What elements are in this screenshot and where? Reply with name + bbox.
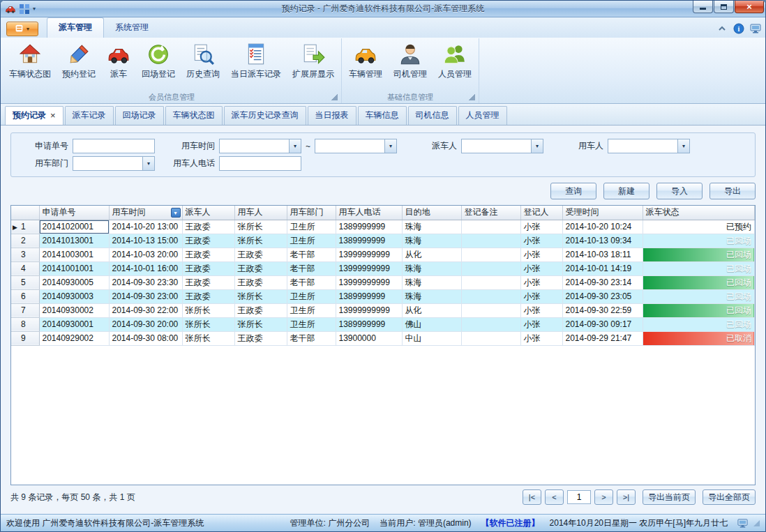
cell-phone[interactable]: 13999999999 (336, 248, 402, 261)
ribbon-button-driver-management[interactable]: 司机管理 (388, 40, 433, 82)
registered-link[interactable]: 【软件已注册】 (481, 517, 540, 529)
column-header-accept_time[interactable]: 受理时间 (562, 206, 643, 220)
doc-tab-vehicle-status-chart[interactable]: 车辆状态图 (165, 106, 223, 125)
resize-grip-icon[interactable] (753, 520, 760, 526)
ribbon-button-personnel-management[interactable]: 人员管理 (433, 40, 477, 82)
table-row[interactable]: 6201409300032014-09-30 23:00王政委张所长卫生所138… (11, 289, 755, 303)
phone-input[interactable] (219, 156, 301, 171)
cell-user[interactable]: 张所长 (234, 289, 287, 303)
cell-phone[interactable]: 13999999999 (336, 303, 402, 317)
row-header[interactable]: 6 (11, 289, 39, 303)
close-button[interactable]: × (735, 1, 764, 13)
cell-destination[interactable]: 珠海 (402, 234, 461, 248)
cell-remark[interactable] (461, 261, 520, 275)
cell-user[interactable]: 王政委 (234, 261, 287, 275)
cell-department[interactable]: 老干部 (287, 261, 336, 275)
cell-registrar[interactable]: 小张 (520, 261, 562, 275)
row-header[interactable]: 8 (11, 317, 39, 331)
column-header-phone[interactable]: 用车人电话 (336, 206, 402, 220)
quick-access-grid-icon[interactable] (19, 3, 30, 15)
column-header-destination[interactable]: 目的地 (402, 206, 461, 220)
doc-tab-personnel-management[interactable]: 人员管理 (458, 106, 507, 125)
query-button[interactable]: 查询 (550, 183, 596, 199)
cell-dispatcher[interactable]: 王政委 (182, 248, 234, 261)
filter-dropdown-icon[interactable]: ▼ (171, 208, 181, 218)
cell-destination[interactable]: 珠海 (402, 289, 461, 303)
cell-order_no[interactable]: 20141020001 (39, 220, 109, 234)
table-row[interactable]: 4201410010012014-10-01 16:00王政委王政委老干部139… (11, 261, 755, 275)
cell-use_time[interactable]: 2014-10-01 16:00 (109, 261, 182, 275)
doc-tab-vehicle-info[interactable]: 车辆信息 (358, 106, 407, 125)
cell-status[interactable]: 已取消 (643, 331, 755, 345)
ribbon-button-today-dispatch-records[interactable]: 当日派车记录 (225, 40, 287, 82)
collapse-ribbon-icon[interactable] (716, 23, 728, 34)
chevron-down-icon[interactable]: ▾ (531, 139, 543, 153)
chevron-down-icon[interactable]: ▾ (677, 139, 689, 153)
table-row[interactable]: 2201410130012014-10-13 15:00王政委张所长卫生所138… (11, 234, 755, 248)
column-header-remark[interactable]: 登记备注 (461, 206, 520, 220)
cell-accept_time[interactable]: 2014-09-30 23:14 (562, 275, 643, 289)
cell-order_no[interactable]: 20140930002 (39, 303, 109, 317)
cell-destination[interactable]: 中山 (402, 331, 461, 345)
cell-status[interactable]: 已回场 (643, 261, 755, 275)
cell-use_time[interactable]: 2014-09-30 22:00 (109, 303, 182, 317)
cell-status[interactable]: 已回场 (643, 234, 755, 248)
cell-accept_time[interactable]: 2014-09-30 09:17 (562, 317, 643, 331)
cell-department[interactable]: 卫生所 (287, 317, 336, 331)
cell-user[interactable]: 王政委 (234, 303, 287, 317)
doc-tab-dispatch-history-query[interactable]: 派车历史记录查询 (224, 106, 306, 125)
export-button[interactable]: 导出 (709, 183, 756, 199)
cell-department[interactable]: 卫生所 (287, 234, 336, 248)
table-row[interactable]: ▶1201410200012014-10-20 13:00王政委张所长卫生所13… (11, 220, 755, 234)
cell-remark[interactable] (461, 220, 520, 234)
cell-status[interactable]: 已回场 (643, 289, 755, 303)
cell-department[interactable]: 卫生所 (287, 303, 336, 317)
doc-tab-dispatch-records[interactable]: 派车记录 (65, 106, 114, 125)
cell-department[interactable]: 卫生所 (287, 289, 336, 303)
cell-order_no[interactable]: 20140930001 (39, 317, 109, 331)
dialog-launcher-icon[interactable] (331, 94, 338, 100)
cell-user[interactable]: 王政委 (234, 248, 287, 261)
cell-accept_time[interactable]: 2014-10-03 18:11 (562, 248, 643, 261)
app-menu-button[interactable]: ▼ (6, 22, 38, 36)
table-row[interactable]: 3201410030012014-10-03 20:00王政委王政委老干部139… (11, 248, 755, 261)
cell-order_no[interactable]: 20140929002 (39, 331, 109, 345)
cell-use_time[interactable]: 2014-10-20 13:00 (109, 220, 182, 234)
row-header[interactable]: 3 (11, 248, 39, 261)
export-all-pages-button[interactable]: 导出全部页 (703, 489, 756, 505)
column-header-order_no[interactable]: 申请单号 (39, 206, 109, 220)
cell-registrar[interactable]: 小张 (520, 331, 562, 345)
new-button[interactable]: 新建 (603, 183, 649, 199)
use-time-from-select[interactable]: ▾ (219, 139, 301, 153)
cell-status[interactable]: 已回场 (643, 303, 755, 317)
cell-order_no[interactable]: 20140930003 (39, 289, 109, 303)
cell-registrar[interactable]: 小张 (520, 220, 562, 234)
cell-phone[interactable]: 13999999999 (336, 275, 402, 289)
restore-button[interactable] (714, 1, 734, 13)
cell-use_time[interactable]: 2014-10-13 15:00 (109, 234, 182, 248)
table-row[interactable]: 8201409300012014-09-30 20:00张所长张所长卫生所138… (11, 317, 755, 331)
user-select[interactable]: ▾ (608, 139, 690, 153)
doc-tab-reservation-records[interactable]: 预约记录× (5, 106, 63, 125)
first-page-button[interactable]: |< (523, 489, 541, 505)
next-page-button[interactable]: > (594, 489, 613, 505)
row-header[interactable]: 7 (11, 303, 39, 317)
quick-access-dropdown-icon[interactable]: ▾ (33, 6, 36, 12)
table-row[interactable]: 7201409300022014-09-30 22:00张所长王政委卫生所139… (11, 303, 755, 317)
cell-status[interactable]: 已回场 (643, 317, 755, 331)
row-header[interactable]: ▶1 (11, 220, 39, 234)
cell-accept_time[interactable]: 2014-10-01 14:19 (562, 261, 643, 275)
cell-user[interactable]: 张所长 (234, 234, 287, 248)
row-header[interactable]: 5 (11, 275, 39, 289)
cell-remark[interactable] (461, 289, 520, 303)
chevron-down-icon[interactable]: ▾ (289, 139, 301, 153)
cell-status[interactable]: 已预约 (643, 220, 755, 234)
cell-order_no[interactable]: 20140930005 (39, 275, 109, 289)
cell-user[interactable]: 王政委 (234, 275, 287, 289)
doc-tab-return-records[interactable]: 回场记录 (115, 106, 164, 125)
column-header-dispatcher[interactable]: 派车人 (182, 206, 234, 220)
ribbon-button-dispatch-vehicle[interactable]: 派车 (101, 40, 136, 82)
column-header-use_time[interactable]: 用车时间▼ (109, 206, 182, 220)
doc-tab-driver-info[interactable]: 司机信息 (408, 106, 457, 125)
cell-destination[interactable]: 从化 (402, 303, 461, 317)
